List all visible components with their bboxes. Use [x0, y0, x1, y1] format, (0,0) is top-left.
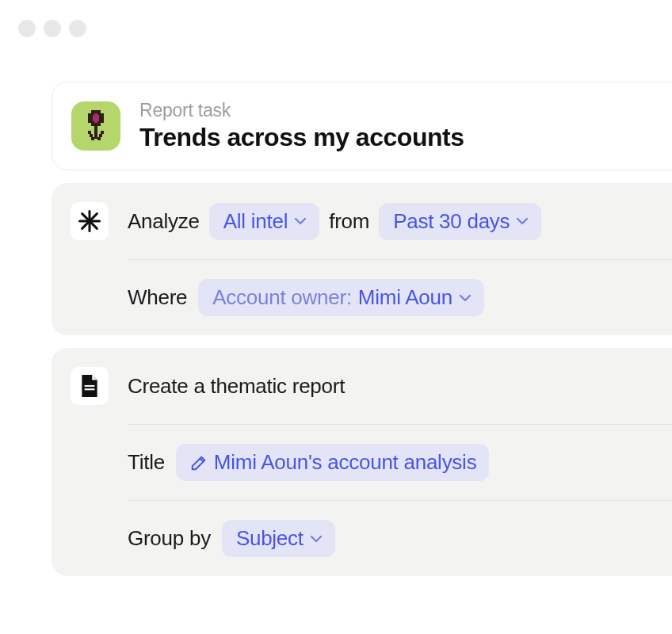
analyze-timeframe-dropdown[interactable]: Past 30 days [379, 203, 541, 240]
divider [128, 424, 672, 425]
analyze-from-word: from [329, 209, 369, 234]
flower-icon [81, 109, 111, 143]
report-avatar-tile [71, 101, 120, 151]
groupby-label: Group by [128, 526, 211, 551]
pencil-icon [190, 454, 208, 472]
chevron-down-icon [310, 534, 323, 544]
svg-rect-5 [99, 134, 102, 137]
svg-rect-2 [90, 134, 93, 137]
svg-rect-6 [97, 137, 101, 140]
svg-rect-3 [91, 137, 94, 140]
report-title-value: Mimi Aoun's account analysis [214, 450, 477, 475]
analyze-source-dropdown[interactable]: All intel [209, 203, 319, 240]
analyze-section: Analyze All intel from Past 30 days Wher… [52, 183, 672, 335]
divider [128, 500, 672, 501]
where-filter-dropdown[interactable]: Account owner: Mimi Aoun [198, 279, 484, 316]
report-title: Trends across my accounts [139, 123, 464, 152]
svg-rect-18 [85, 385, 95, 387]
svg-rect-13 [94, 113, 97, 123]
analyze-label: Analyze [128, 209, 200, 234]
svg-rect-19 [85, 388, 95, 390]
chevron-down-icon [516, 216, 529, 226]
where-label: Where [128, 285, 187, 310]
asterisk-icon [78, 209, 101, 233]
where-filter-key: Account owner: [212, 285, 352, 310]
report-title-edit[interactable]: Mimi Aoun's account analysis [176, 444, 490, 481]
window-dot [69, 20, 86, 37]
report-icon-box [71, 367, 109, 405]
window-controls [0, 0, 672, 37]
where-filter-value: Mimi Aoun [358, 285, 452, 310]
window-dot [44, 20, 61, 37]
report-header-card: Report task Trends across my accounts [52, 82, 672, 170]
groupby-dropdown[interactable]: Subject [222, 520, 335, 557]
title-label: Title [128, 450, 165, 475]
svg-rect-11 [91, 123, 101, 126]
report-heading: Create a thematic report [128, 374, 345, 399]
window-dot [18, 20, 36, 37]
svg-rect-1 [88, 131, 91, 134]
analyze-source-value: All intel [223, 209, 288, 234]
svg-rect-4 [101, 131, 104, 134]
document-icon [79, 374, 100, 398]
groupby-value: Subject [236, 526, 304, 551]
analyze-icon-box [71, 202, 109, 240]
chevron-down-icon [294, 216, 307, 226]
report-section: Create a thematic report Title Mimi Aoun… [52, 348, 672, 576]
report-eyebrow: Report task [139, 100, 464, 121]
svg-rect-0 [94, 124, 97, 139]
chevron-down-icon [459, 293, 472, 303]
svg-rect-7 [91, 110, 101, 113]
divider [128, 259, 672, 260]
analyze-timeframe-value: Past 30 days [393, 209, 510, 234]
